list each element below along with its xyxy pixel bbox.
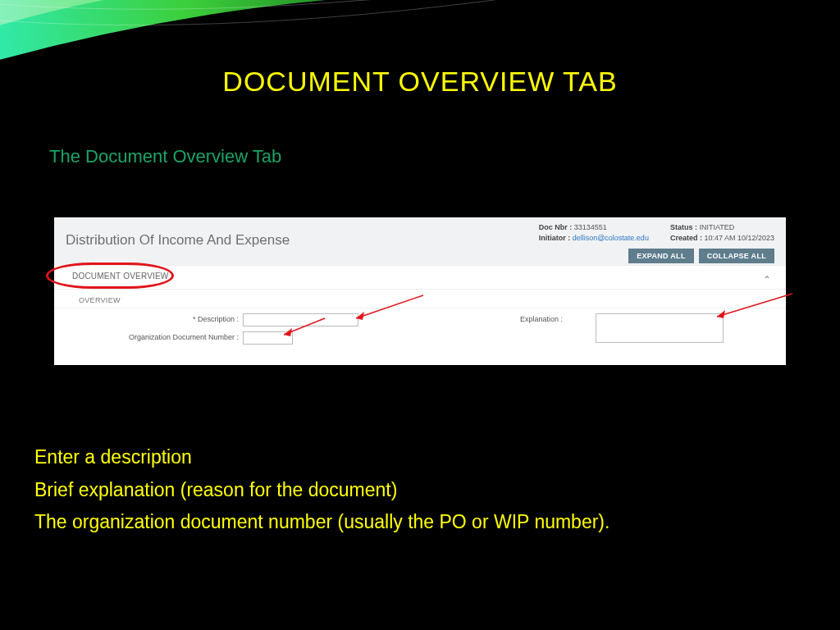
form-screenshot: Distribution Of Income And Expense Doc N… (54, 217, 786, 365)
overview-form: * Description : Organization Document Nu… (54, 308, 786, 356)
explanation-label: Explanation : (481, 315, 563, 323)
panel-header: Distribution Of Income And Expense Doc N… (54, 217, 786, 266)
slide-title: DOCUMENT OVERVIEW TAB (0, 66, 840, 98)
instruction-line-2: Brief explanation (reason for the docume… (34, 476, 806, 505)
section-tab-row[interactable]: DOCUMENT OVERVIEW ⌃ (54, 266, 786, 290)
collapse-all-button[interactable]: COLLAPSE ALL (699, 249, 774, 263)
instruction-line-3: The organization document number (usuall… (34, 508, 806, 537)
expand-all-button[interactable]: EXPAND ALL (628, 249, 694, 263)
document-overview-tab: DOCUMENT OVERVIEW (72, 272, 169, 281)
org-doc-number-label: Organization Document Number : (87, 333, 239, 341)
org-doc-number-input[interactable] (243, 331, 293, 345)
instruction-line-1: Enter a description (34, 443, 806, 472)
doc-metadata: Doc Nbr : 33134551 Initiator : dellison@… (539, 222, 774, 244)
doc-nbr-label: Doc Nbr : (539, 223, 573, 231)
initiator-link[interactable]: dellison@colostate.edu (573, 234, 649, 242)
created-value: 10:47 AM 10/12/2023 (704, 234, 774, 242)
collapse-caret-icon[interactable]: ⌃ (763, 274, 771, 285)
status-value: INITIATED (699, 223, 734, 231)
slide-subtitle: The Document Overview Tab (49, 146, 281, 167)
overview-subheader: OVERVIEW (54, 290, 786, 308)
created-label: Created : (670, 234, 702, 242)
doc-nbr-value: 33134551 (574, 223, 607, 231)
description-label: * Description : (120, 315, 239, 323)
initiator-label: Initiator : (539, 234, 571, 242)
status-label: Status : (670, 223, 697, 231)
description-input[interactable] (243, 313, 358, 326)
instruction-text-block: Enter a description Brief explanation (r… (34, 443, 806, 541)
explanation-textarea[interactable] (596, 313, 724, 343)
document-type-title: Distribution Of Income And Expense (66, 232, 290, 249)
